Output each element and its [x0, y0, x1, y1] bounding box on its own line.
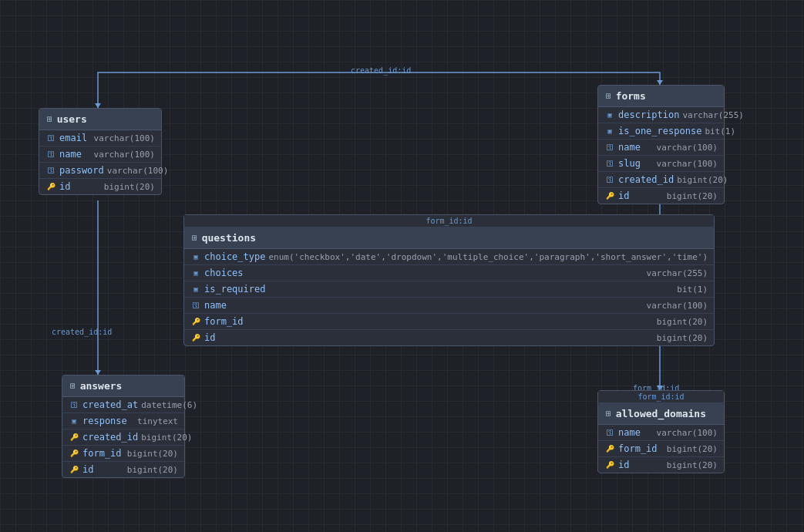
field-icon-answers-form-id: 🔑 — [69, 448, 79, 459]
field-type-description: varchar(255) — [682, 110, 743, 120]
users-table-icon: ⊞ — [47, 114, 52, 124]
field-name-is-one-response: is_one_response — [618, 126, 701, 136]
field-type-questions-form-id: bigint(20) — [657, 317, 708, 327]
field-icon-answers-id: 🔑 — [69, 464, 79, 475]
table-row: 🔑 form_id bigint(20) — [598, 441, 724, 457]
table-row: 🔑 form_id bigint(20) — [184, 314, 714, 330]
field-name-questions-form-id: form_id — [204, 316, 654, 327]
table-row: ⚿ name varchar(100) — [184, 298, 714, 314]
field-icon-password: ⚿ — [45, 165, 56, 176]
allowed-domains-table-title: allowed_domains — [616, 408, 706, 419]
table-row: ⚿ created_at datetime(6) — [62, 397, 184, 413]
field-icon-answers-created-id: 🔑 — [69, 432, 79, 443]
field-type-is-one-response: bit(1) — [705, 126, 735, 136]
field-type-response: tinytext — [137, 416, 178, 426]
field-icon-forms-name: ⚿ — [604, 142, 615, 153]
field-type-answers-created-id: bigint(20) — [141, 433, 192, 443]
table-row: ▣ choices varchar(255) — [184, 265, 714, 281]
field-type-choices: varchar(255) — [647, 268, 708, 278]
field-name-created-at: created_at — [82, 399, 138, 410]
field-icon-forms-id: 🔑 — [604, 190, 615, 201]
questions-sublabel: form_id:id — [184, 215, 714, 227]
table-row: ▣ is_required bit(1) — [184, 281, 714, 298]
table-row: 🔑 id bigint(20) — [39, 179, 161, 194]
field-name-allowed-domains-form-id: form_id — [618, 443, 664, 454]
relation-label-created-id-2: created_id:id — [52, 328, 112, 336]
field-name-slug: slug — [618, 158, 654, 169]
field-type-questions-name: varchar(100) — [647, 301, 708, 311]
answers-table-title: answers — [80, 380, 123, 392]
table-row: 🔑 id bigint(20) — [62, 462, 184, 477]
field-name-allowed-domains-name: name — [618, 427, 654, 438]
field-type-questions-id: bigint(20) — [657, 333, 708, 343]
field-icon-allowed-domains-form-id: 🔑 — [604, 443, 615, 454]
field-type-choice-type: enum('checkbox','date','dropdown','multi… — [268, 252, 708, 262]
field-icon-description: ▣ — [604, 109, 615, 120]
field-type-email: varchar(100) — [94, 133, 155, 143]
table-row: 🔑 created_id bigint(20) — [62, 429, 184, 446]
field-type-allowed-domains-id: bigint(20) — [667, 460, 718, 470]
field-name-answers-form-id: form_id — [82, 448, 124, 459]
table-row: ⚿ slug varchar(100) — [598, 156, 724, 172]
field-name-response: response — [82, 416, 134, 426]
table-row: ▣ choice_type enum('checkbox','date','dr… — [184, 249, 714, 265]
field-icon-is-one-response: ▣ — [604, 126, 615, 136]
field-name-choice-type: choice_type — [204, 251, 265, 262]
field-type-password: varchar(100) — [107, 166, 168, 176]
table-row: 🔑 id bigint(20) — [598, 188, 724, 204]
field-icon-created-at: ⚿ — [69, 399, 79, 410]
field-type-answers-id: bigint(20) — [127, 465, 178, 475]
field-name-choices: choices — [204, 268, 644, 278]
allowed-domains-table-icon: ⊞ — [606, 409, 611, 419]
field-type-answers-form-id: bigint(20) — [127, 449, 178, 459]
field-name-allowed-domains-id: id — [618, 460, 664, 470]
field-name-answers-created-id: created_id — [82, 432, 138, 443]
forms-table-icon: ⊞ — [606, 91, 611, 101]
field-type-allowed-domains-form-id: bigint(20) — [667, 444, 718, 454]
field-name-name: name — [59, 149, 91, 160]
field-name-answers-id: id — [82, 464, 124, 475]
users-table-title: users — [57, 113, 87, 125]
field-name-id: id — [59, 181, 101, 192]
field-type-id: bigint(20) — [104, 182, 155, 192]
table-row: ▣ response tinytext — [62, 413, 184, 429]
field-type-is-required: bit(1) — [677, 285, 708, 295]
field-icon-is-required: ▣ — [190, 284, 201, 295]
field-icon-questions-id: 🔑 — [190, 332, 201, 343]
questions-table: form_id:id ⊞ questions ▣ choice_type enu… — [183, 214, 715, 346]
table-row: ⚿ name varchar(100) — [598, 425, 724, 441]
field-type-created-at: datetime(6) — [141, 400, 197, 410]
field-name-forms-name: name — [618, 142, 654, 153]
field-icon-allowed-domains-id: 🔑 — [604, 460, 615, 470]
answers-table-header: ⊞ answers — [62, 375, 184, 397]
field-icon-allowed-domains-name: ⚿ — [604, 427, 615, 438]
field-type-allowed-domains-name: varchar(100) — [657, 428, 718, 438]
answers-table: ⊞ answers ⚿ created_at datetime(6) ▣ res… — [62, 375, 185, 478]
table-row: ⚿ name varchar(100) — [598, 140, 724, 156]
field-icon-forms-created-id: ⚿ — [604, 174, 615, 185]
allowed-domains-table: form_id:id ⊞ allowed_domains ⚿ name varc… — [597, 390, 725, 473]
field-icon-email: ⚿ — [45, 133, 56, 143]
field-name-password: password — [59, 165, 104, 176]
field-icon-choices: ▣ — [190, 268, 201, 278]
field-icon-response: ▣ — [69, 416, 79, 426]
field-name-questions-id: id — [204, 332, 654, 343]
field-type-name: varchar(100) — [94, 150, 155, 160]
table-row: 🔑 id bigint(20) — [184, 330, 714, 345]
table-row: 🔑 form_id bigint(20) — [62, 446, 184, 462]
allowed-domains-sublabel: form_id:id — [598, 391, 724, 403]
field-name-description: description — [618, 109, 679, 120]
users-table: ⊞ users ⚿ email varchar(100) ⚿ name varc… — [39, 108, 162, 195]
questions-table-header: ⊞ questions — [184, 227, 714, 249]
field-icon-name: ⚿ — [45, 149, 56, 160]
field-type-forms-created-id: bigint(20) — [677, 175, 728, 185]
table-row: ⚿ email varchar(100) — [39, 130, 161, 146]
forms-table-header: ⊞ forms — [598, 86, 724, 107]
field-type-slug: varchar(100) — [657, 159, 718, 169]
field-icon-slug: ⚿ — [604, 158, 615, 169]
field-icon-questions-form-id: 🔑 — [190, 316, 201, 327]
field-icon-questions-name: ⚿ — [190, 300, 201, 311]
questions-table-title: questions — [202, 232, 256, 244]
field-icon-id: 🔑 — [45, 181, 56, 192]
relation-label-created-id: created_id:id — [351, 66, 411, 75]
